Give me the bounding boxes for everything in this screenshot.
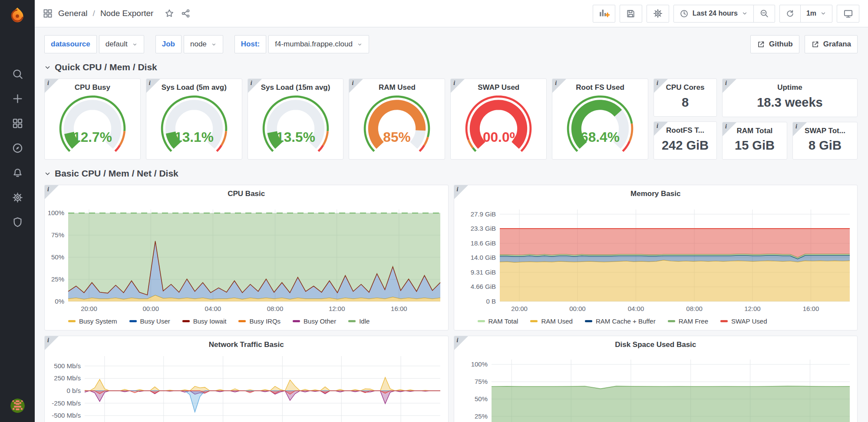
legend-item[interactable]: Busy User [129, 317, 170, 325]
svg-text:04:00: 04:00 [205, 305, 221, 312]
panel-title[interactable]: Uptime [723, 79, 857, 92]
sidebar-item-search[interactable] [0, 62, 35, 86]
breadcrumb-dashboard-title[interactable]: Node Exporter [100, 9, 154, 18]
link-button-github[interactable]: Github [750, 35, 799, 53]
panel-title[interactable]: RAM Used [349, 79, 445, 92]
row-header-quick[interactable]: Quick CPU / Mem / Disk [44, 62, 858, 72]
legend-swatch [585, 320, 592, 322]
time-range-picker[interactable]: Last 24 hours [674, 5, 753, 22]
external-link-icon [757, 40, 765, 49]
disk-space-chart[interactable]: 0%25%50%75%100%20:0000:0004:0008:0012:00… [458, 356, 853, 422]
legend-item[interactable]: Busy Other [293, 317, 336, 325]
panel-title[interactable]: Network Traffic Basic [45, 336, 448, 349]
panel-info-corner[interactable]: i [723, 79, 736, 93]
svg-text:20:00: 20:00 [81, 305, 97, 312]
variable-datasource: datasourcedefault [44, 35, 144, 53]
chevron-down-icon [357, 42, 363, 47]
variable-value-dropdown[interactable]: f4-mumbai.frappe.cloud [268, 35, 369, 53]
panel-info-corner[interactable]: i [45, 79, 59, 93]
row-header-basic[interactable]: Basic CPU / Mem / Net / Disk [44, 168, 858, 179]
navbar-right: Last 24 hours 1m [593, 5, 859, 23]
share-icon[interactable] [181, 9, 191, 18]
refresh-button[interactable] [780, 5, 800, 22]
link-button-grafana[interactable]: Grafana [805, 35, 858, 53]
panel-title[interactable]: CPU Basic [45, 185, 448, 198]
chevron-down-icon [820, 10, 826, 16]
refresh-interval-picker[interactable]: 1m [800, 5, 832, 22]
sidebar-item-server-admin[interactable] [0, 210, 35, 235]
sidebar-item-explore[interactable] [0, 136, 35, 160]
charts-row-bottom: i Network Traffic Basic 500 Mb/s250 Mb/s… [44, 336, 858, 422]
cycle-view-mode-button[interactable] [837, 5, 859, 23]
svg-text:12:00: 12:00 [329, 305, 345, 312]
sidebar-item-create[interactable] [0, 86, 35, 111]
sidebar-item-configuration[interactable] [0, 185, 35, 210]
breadcrumb-actions [165, 9, 191, 18]
legend-item[interactable]: RAM Used [530, 317, 573, 325]
refresh-interval-label: 1m [806, 10, 816, 17]
panel-title[interactable]: Sys Load (15m avg) [248, 79, 343, 92]
svg-text:75%: 75% [474, 378, 487, 385]
legend-item[interactable]: SWAP Used [720, 317, 767, 325]
panel-title[interactable]: SWAP Used [451, 79, 546, 92]
panel-stat-swap-tot-: iSWAP Tot...8 GiB [792, 122, 858, 160]
panel-info-corner[interactable]: i [552, 79, 566, 93]
panel-info-corner[interactable]: i [793, 122, 807, 136]
sidebar-item-alerting[interactable] [0, 160, 35, 185]
panel-title[interactable]: CPU Busy [45, 79, 140, 92]
gauge: 13.1% [147, 92, 241, 154]
legend-label: Idle [359, 317, 370, 325]
gear-icon [12, 192, 23, 203]
network-traffic-chart[interactable]: 500 Mb/s250 Mb/s0 b/s-250 Mb/s-500 Mb/s2… [48, 353, 444, 422]
svg-text:25%: 25% [474, 412, 487, 420]
cpu-basic-chart[interactable]: 0%25%50%75%100%20:0000:0004:0008:0012:00… [48, 206, 444, 314]
panel-info-corner[interactable]: i [45, 185, 59, 199]
shield-icon [12, 216, 23, 228]
legend-item[interactable]: Busy IRQs [238, 317, 281, 325]
panel-title[interactable]: Sys Load (5m avg) [146, 79, 242, 92]
panel-info-corner[interactable]: i [349, 79, 363, 93]
svg-text:04:00: 04:00 [627, 305, 644, 312]
zoom-out-icon [759, 9, 769, 18]
legend-item[interactable]: RAM Cache + Buffer [585, 317, 656, 325]
variable-label: Job [155, 35, 182, 53]
panel-info-corner[interactable]: i [454, 336, 468, 350]
panel-title[interactable]: Root FS Used [552, 79, 648, 92]
panel-info-corner[interactable]: i [654, 79, 668, 93]
panel-info-corner[interactable]: i [454, 185, 468, 199]
grafana-logo[interactable] [0, 0, 35, 30]
legend-label: RAM Free [679, 317, 708, 325]
legend-swatch [293, 320, 300, 322]
legend-item[interactable]: Busy System [68, 317, 117, 325]
panel-info-corner[interactable]: i [146, 79, 160, 93]
panel-title[interactable]: Disk Space Used Basic [454, 336, 858, 349]
add-panel-button[interactable] [593, 5, 615, 23]
legend-item[interactable]: Idle [348, 317, 370, 325]
panel-info-corner[interactable]: i [45, 336, 59, 350]
panel-info-corner[interactable]: i [654, 122, 668, 136]
sidebar: ? [0, 0, 35, 422]
panel-info-corner[interactable]: i [723, 122, 736, 136]
panel-info-corner[interactable]: i [451, 79, 465, 93]
legend-item[interactable]: RAM Free [668, 317, 708, 325]
panel-title[interactable]: Memory Basic [454, 185, 858, 198]
legend-label: Busy System [79, 317, 117, 325]
memory-basic-chart[interactable]: 0 B4.66 GiB9.31 GiB14.0 GiB18.6 GiB23.3 … [458, 206, 853, 314]
sidebar-item-dashboards[interactable] [0, 111, 35, 136]
panel-info-corner[interactable]: i [248, 79, 262, 93]
legend-item[interactable]: RAM Total [478, 317, 518, 325]
stat-column-2: iUptime18.3 weeksiRAM Total15 GiBiSWAP T… [722, 79, 858, 160]
user-avatar[interactable] [10, 399, 25, 413]
legend-item[interactable]: Busy Iowait [182, 317, 227, 325]
panel-stat-uptime: iUptime18.3 weeks [722, 79, 858, 117]
breadcrumb-folder[interactable]: General [58, 9, 88, 18]
gauge: 100.0% [452, 92, 545, 154]
chart-svg: 0%25%50%75%100%20:0000:0004:0008:0012:00… [48, 206, 444, 314]
variable-value-dropdown[interactable]: node [184, 35, 223, 53]
save-dashboard-button[interactable] [620, 5, 642, 23]
zoom-out-time-button[interactable] [753, 5, 775, 22]
variable-job: Jobnode [155, 35, 223, 53]
star-icon[interactable] [165, 9, 174, 18]
dashboard-settings-button[interactable] [647, 5, 669, 23]
variable-value-dropdown[interactable]: default [99, 35, 144, 53]
